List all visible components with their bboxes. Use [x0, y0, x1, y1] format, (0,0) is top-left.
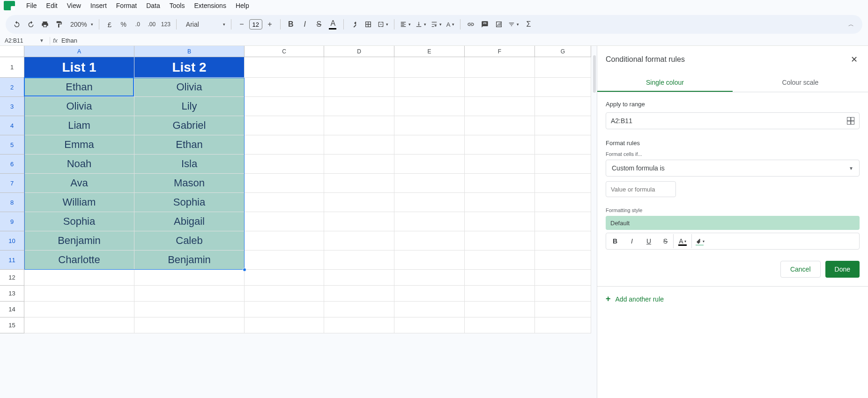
- cell-D5[interactable]: [324, 135, 394, 155]
- cell-F1[interactable]: [465, 57, 535, 78]
- cell-G14[interactable]: [535, 302, 591, 317]
- cell-D12[interactable]: [324, 270, 394, 286]
- column-header-G[interactable]: G: [535, 46, 591, 57]
- menu-extensions[interactable]: Extensions: [189, 1, 230, 10]
- cell-F11[interactable]: [465, 251, 535, 270]
- cell-D10[interactable]: [324, 231, 394, 251]
- cell-A6[interactable]: Noah: [24, 155, 134, 174]
- row-header-13[interactable]: 13: [0, 286, 24, 302]
- cell-B2[interactable]: Olivia: [134, 78, 245, 97]
- cell-D9[interactable]: [324, 212, 394, 231]
- menu-edit[interactable]: Edit: [42, 1, 62, 10]
- filter-button[interactable]: [506, 18, 521, 31]
- cell-F14[interactable]: [465, 302, 535, 317]
- cell-G7[interactable]: [535, 174, 591, 193]
- cell-A8[interactable]: William: [24, 193, 134, 212]
- cell-B11[interactable]: Benjamin: [134, 251, 245, 270]
- cell-E13[interactable]: [394, 286, 465, 302]
- cell-B14[interactable]: [134, 302, 245, 317]
- increase-decimal-button[interactable]: .00: [145, 18, 158, 31]
- cell-G8[interactable]: [535, 193, 591, 212]
- cell-B8[interactable]: Sophia: [134, 193, 245, 212]
- cell-A1[interactable]: List 1: [24, 57, 134, 78]
- cell-C15[interactable]: [245, 317, 324, 333]
- text-color-button[interactable]: A: [326, 18, 340, 31]
- formula-value-input[interactable]: [606, 181, 676, 197]
- cell-F8[interactable]: [465, 193, 535, 212]
- cell-C6[interactable]: [245, 155, 324, 174]
- cell-A11[interactable]: Charlotte: [24, 251, 134, 270]
- strikethrough-button[interactable]: S: [312, 18, 326, 31]
- cell-A13[interactable]: [24, 286, 134, 302]
- cell-E10[interactable]: [394, 231, 465, 251]
- name-box[interactable]: A2:B11: [3, 37, 37, 44]
- menu-tools[interactable]: Tools: [165, 1, 190, 10]
- column-header-E[interactable]: E: [394, 46, 465, 57]
- h-align-button[interactable]: [398, 18, 413, 31]
- cell-D1[interactable]: [324, 57, 394, 78]
- cell-D4[interactable]: [324, 116, 394, 135]
- apply-range-input[interactable]: [606, 112, 860, 129]
- cell-C7[interactable]: [245, 174, 324, 193]
- cell-C3[interactable]: [245, 97, 324, 116]
- cell-E7[interactable]: [394, 174, 465, 193]
- increase-font-button[interactable]: +: [263, 18, 276, 31]
- cell-G6[interactable]: [535, 155, 591, 174]
- cell-B13[interactable]: [134, 286, 245, 302]
- cell-A2[interactable]: Ethan: [24, 78, 134, 97]
- style-underline-button[interactable]: U: [641, 234, 657, 248]
- cell-G1[interactable]: [535, 57, 591, 78]
- style-bold-button[interactable]: B: [607, 234, 623, 248]
- cell-D7[interactable]: [324, 174, 394, 193]
- style-fill-color-button[interactable]: ▾: [691, 234, 707, 248]
- cell-B15[interactable]: [134, 317, 245, 333]
- menu-format[interactable]: Format: [111, 1, 141, 10]
- menu-data[interactable]: Data: [141, 1, 165, 10]
- cell-E11[interactable]: [394, 251, 465, 270]
- done-button[interactable]: Done: [825, 261, 860, 278]
- style-strike-button[interactable]: S: [658, 234, 674, 248]
- cell-E15[interactable]: [394, 317, 465, 333]
- rotate-button[interactable]: A: [445, 18, 457, 31]
- font-selector[interactable]: Arial: [180, 18, 227, 31]
- cell-C14[interactable]: [245, 302, 324, 317]
- print-button[interactable]: [38, 18, 52, 31]
- cell-E9[interactable]: [394, 212, 465, 231]
- cell-A4[interactable]: Liam: [24, 116, 134, 135]
- cell-F10[interactable]: [465, 231, 535, 251]
- cell-B4[interactable]: Gabriel: [134, 116, 245, 135]
- cell-D13[interactable]: [324, 286, 394, 302]
- row-header-3[interactable]: 3: [0, 97, 24, 116]
- column-header-B[interactable]: B: [134, 46, 245, 57]
- selection-handle[interactable]: [243, 268, 246, 272]
- cell-A10[interactable]: Benjamin: [24, 231, 134, 251]
- cell-C5[interactable]: [245, 135, 324, 155]
- cell-B12[interactable]: [134, 270, 245, 286]
- range-text-input[interactable]: [611, 117, 847, 125]
- cell-E5[interactable]: [394, 135, 465, 155]
- cell-G3[interactable]: [535, 97, 591, 116]
- select-all-corner[interactable]: [0, 46, 24, 57]
- v-align-button[interactable]: [414, 18, 428, 31]
- row-header-8[interactable]: 8: [0, 193, 24, 212]
- cell-C8[interactable]: [245, 193, 324, 212]
- cell-D8[interactable]: [324, 193, 394, 212]
- cell-F2[interactable]: [465, 78, 535, 97]
- menu-insert[interactable]: Insert: [86, 1, 111, 10]
- cell-G2[interactable]: [535, 78, 591, 97]
- cell-E3[interactable]: [394, 97, 465, 116]
- cell-A14[interactable]: [24, 302, 134, 317]
- cell-F15[interactable]: [465, 317, 535, 333]
- cell-F12[interactable]: [465, 270, 535, 286]
- cell-A7[interactable]: Ava: [24, 174, 134, 193]
- cell-F3[interactable]: [465, 97, 535, 116]
- fill-color-button[interactable]: [348, 18, 361, 31]
- row-header-1[interactable]: 1: [0, 57, 24, 78]
- cell-C12[interactable]: [245, 270, 324, 286]
- cell-B7[interactable]: Mason: [134, 174, 245, 193]
- spreadsheet-area[interactable]: ABCDEFG 123456789101112131415 List 1List…: [0, 46, 597, 398]
- cell-G13[interactable]: [535, 286, 591, 302]
- collapse-toolbar-button[interactable]: ︿: [845, 18, 858, 31]
- cell-G4[interactable]: [535, 116, 591, 135]
- zoom-selector[interactable]: 200%: [67, 18, 95, 31]
